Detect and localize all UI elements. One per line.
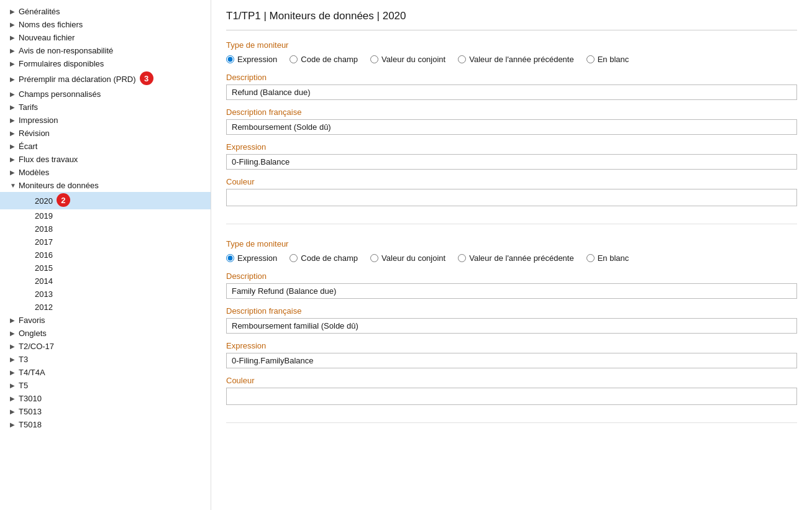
radio-group-1: ExpressionCode de champValeur du conjoin… — [226, 55, 797, 64]
main-content: T1/TP1 | Moniteurs de données | 2020 Typ… — [211, 0, 812, 510]
sidebar-label-t5: T5 — [19, 381, 28, 390]
expression-input-2[interactable] — [226, 353, 797, 368]
sidebar-item-avis[interactable]: ▶Avis de non-responsabilité — [0, 44, 211, 57]
sidebar-label-generalites: Généralités — [19, 7, 60, 16]
sidebar-item-2019[interactable]: 2019 — [0, 209, 211, 222]
radio-label-codedechamp[interactable]: Code de champ — [290, 55, 358, 64]
arrow-icon-generalites: ▶ — [10, 8, 19, 15]
sidebar-label-t4t4a: T4/T4A — [19, 368, 45, 377]
arrow-icon-t5: ▶ — [10, 382, 19, 389]
page-title: T1/TP1 | Moniteurs de données | 2020 — [226, 10, 797, 30]
radio-enblanc[interactable] — [586, 254, 595, 262]
sidebar-item-t5018[interactable]: ▶T5018 — [0, 418, 211, 431]
arrow-icon-noms-fichiers: ▶ — [10, 21, 19, 28]
radio-enblanc[interactable] — [586, 55, 595, 63]
sidebar: ▶Généralités▶Noms des fichiers▶Nouveau f… — [0, 0, 211, 510]
sidebar-item-t2co17[interactable]: ▶T2/CO-17 — [0, 340, 211, 353]
radio-codedechamp[interactable] — [290, 254, 298, 262]
sidebar-item-champs[interactable]: ▶Champs personnalisés — [0, 88, 211, 101]
radio-label-codedechamp[interactable]: Code de champ — [290, 253, 358, 263]
description-group-2: Description — [226, 271, 797, 299]
sidebar-item-t3010[interactable]: ▶T3010 — [0, 392, 211, 405]
description-input-1[interactable] — [226, 84, 797, 100]
sidebar-item-2020[interactable]: 20202 — [0, 192, 211, 209]
radio-label-valeurduconjoint[interactable]: Valeur du conjoint — [370, 55, 445, 64]
sidebar-item-modeles[interactable]: ▶Modèles — [0, 166, 211, 179]
radio-valeurdel'annéeprécédente[interactable] — [458, 254, 466, 262]
sidebar-item-moniteurs[interactable]: ▼Moniteurs de données — [0, 179, 211, 192]
sidebar-label-moniteurs: Moniteurs de données — [19, 181, 99, 190]
sidebar-item-2015[interactable]: 2015 — [0, 262, 211, 275]
sidebar-item-2012[interactable]: 2012 — [0, 301, 211, 314]
sidebar-label-2014: 2014 — [35, 276, 53, 286]
arrow-icon-t3: ▶ — [10, 356, 19, 363]
sidebar-item-flux[interactable]: ▶Flux des travaux — [0, 153, 211, 166]
sidebar-item-t5[interactable]: ▶T5 — [0, 379, 211, 392]
radio-group-2: ExpressionCode de champValeur du conjoin… — [226, 253, 797, 263]
monitor-block-2: Type de moniteur ExpressionCode de champ… — [226, 239, 797, 423]
expression-label-1: Expression — [226, 142, 797, 152]
radio-label-expression[interactable]: Expression — [226, 55, 277, 64]
sidebar-item-onglets[interactable]: ▶Onglets — [0, 327, 211, 340]
sidebar-item-t5013[interactable]: ▶T5013 — [0, 405, 211, 418]
sidebar-item-revision[interactable]: ▶Révision — [0, 127, 211, 140]
radio-valeurduconjoint[interactable] — [370, 55, 378, 63]
sidebar-label-tarifs: Tarifs — [19, 102, 38, 112]
description-input-2[interactable] — [226, 283, 797, 299]
arrow-icon-revision: ▶ — [10, 130, 19, 137]
sidebar-label-2015: 2015 — [35, 263, 53, 273]
radio-expression[interactable] — [226, 254, 234, 262]
sidebar-label-t3: T3 — [19, 355, 28, 364]
couleur-group-2: Couleur — [226, 376, 797, 405]
arrow-icon-favoris: ▶ — [10, 317, 19, 324]
sidebar-item-2018[interactable]: 2018 — [0, 222, 211, 235]
sidebar-item-t4t4a[interactable]: ▶T4/T4A — [0, 366, 211, 379]
sidebar-item-favoris[interactable]: ▶Favoris — [0, 314, 211, 327]
sidebar-label-t2co17: T2/CO-17 — [19, 342, 54, 351]
sidebar-item-impression[interactable]: ▶Impression — [0, 114, 211, 127]
couleur-input-1[interactable] — [226, 189, 797, 206]
sidebar-label-preremplir: Préremplir ma déclaration (PRD) — [19, 75, 136, 84]
radio-expression[interactable] — [226, 55, 234, 63]
sidebar-label-ecart: Écart — [19, 142, 37, 151]
desc-fr-group-1: Description française — [226, 107, 797, 135]
sidebar-item-formulaires[interactable]: ▶Formulaires disponibles — [0, 57, 211, 70]
radio-codedechamp[interactable] — [290, 55, 298, 63]
desc-fr-input-2[interactable] — [226, 318, 797, 334]
arrow-icon-t4t4a: ▶ — [10, 369, 19, 376]
arrow-icon-champs: ▶ — [10, 91, 19, 98]
radio-label-valeurdel'annéeprécédente[interactable]: Valeur de l'année précédente — [458, 55, 573, 64]
sidebar-label-champs: Champs personnalisés — [19, 89, 101, 99]
sidebar-label-t3010: T3010 — [19, 394, 42, 403]
radio-valeurdel'annéeprécédente[interactable] — [458, 55, 466, 63]
sidebar-item-nouveau-fichier[interactable]: ▶Nouveau fichier — [0, 31, 211, 44]
radio-valeurduconjoint[interactable] — [370, 254, 378, 262]
radio-label-enblanc[interactable]: En blanc — [586, 253, 629, 263]
sidebar-label-flux: Flux des travaux — [19, 155, 78, 164]
sidebar-label-avis: Avis de non-responsabilité — [19, 46, 113, 55]
radio-label-enblanc[interactable]: En blanc — [586, 55, 629, 64]
sidebar-label-2013: 2013 — [35, 289, 53, 299]
sidebar-item-noms-fichiers[interactable]: ▶Noms des fichiers — [0, 18, 211, 31]
sidebar-item-2013[interactable]: 2013 — [0, 288, 211, 301]
radio-label-valeurdel'annéeprécédente[interactable]: Valeur de l'année précédente — [458, 253, 573, 263]
sidebar-item-generalites[interactable]: ▶Généralités — [0, 5, 211, 18]
radio-label-expression[interactable]: Expression — [226, 253, 277, 263]
sidebar-item-2014[interactable]: 2014 — [0, 275, 211, 288]
arrow-icon-t2co17: ▶ — [10, 343, 19, 350]
sidebar-label-nouveau-fichier: Nouveau fichier — [19, 33, 75, 42]
sidebar-item-2016[interactable]: 2016 — [0, 248, 211, 262]
sidebar-item-tarifs[interactable]: ▶Tarifs — [0, 101, 211, 114]
arrow-icon-modeles: ▶ — [10, 169, 19, 176]
expression-input-1[interactable] — [226, 154, 797, 170]
couleur-input-2[interactable] — [226, 388, 797, 405]
arrow-icon-t3010: ▶ — [10, 395, 19, 402]
sidebar-label-favoris: Favoris — [19, 316, 45, 325]
desc-fr-input-1[interactable] — [226, 119, 797, 135]
sidebar-item-t3[interactable]: ▶T3 — [0, 353, 211, 366]
sidebar-item-ecart[interactable]: ▶Écart — [0, 140, 211, 153]
sidebar-item-2017[interactable]: 2017 — [0, 235, 211, 248]
radio-label-valeurduconjoint[interactable]: Valeur du conjoint — [370, 253, 445, 263]
badge-preremplir: 3 — [140, 71, 153, 85]
sidebar-item-preremplir[interactable]: ▶Préremplir ma déclaration (PRD)3 — [0, 70, 211, 88]
